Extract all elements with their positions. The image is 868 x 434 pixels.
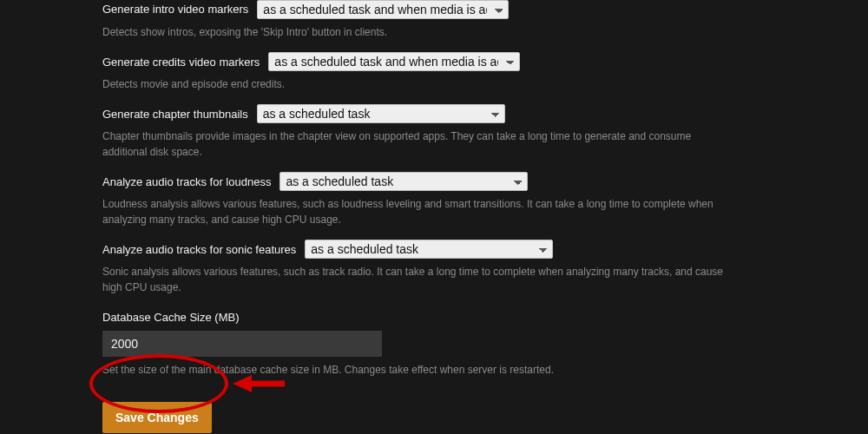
cache-size-value: 2000 xyxy=(111,337,138,351)
cache-size-help: Set the size of the main database cache … xyxy=(102,362,729,378)
cache-size-label: Database Cache Size (MB) xyxy=(102,311,729,324)
sonic-analysis-select[interactable]: as a scheduled task xyxy=(305,240,553,259)
loudness-analysis-help: Loudness analysis allows various feature… xyxy=(102,196,729,227)
chapter-thumbnails-label: Generate chapter thumbnails xyxy=(102,108,248,121)
sonic-analysis-help: Sonic analysis allows various features, … xyxy=(102,264,729,295)
cache-size-input[interactable]: 2000 xyxy=(102,331,382,357)
chapter-thumbnails-select[interactable]: as a scheduled task xyxy=(257,104,505,123)
save-changes-button[interactable]: Save Changes xyxy=(102,402,212,433)
credits-markers-select[interactable]: as a scheduled task and when media is ad… xyxy=(268,52,520,71)
intro-markers-label: Generate intro video markers xyxy=(102,3,248,16)
credits-markers-label: Generate credits video markers xyxy=(102,56,260,69)
intro-markers-help: Detects show intros, exposing the 'Skip … xyxy=(102,24,729,40)
chapter-thumbnails-help: Chapter thumbnails provide images in the… xyxy=(102,128,729,160)
credits-markers-help: Detects movie and episode end credits. xyxy=(102,76,729,92)
loudness-analysis-label: Analyze audio tracks for loudness xyxy=(102,175,271,188)
sonic-analysis-label: Analyze audio tracks for sonic features xyxy=(102,243,296,256)
loudness-analysis-select[interactable]: as a scheduled task xyxy=(279,172,528,191)
intro-markers-select[interactable]: as a scheduled task and when media is ad… xyxy=(257,0,509,19)
